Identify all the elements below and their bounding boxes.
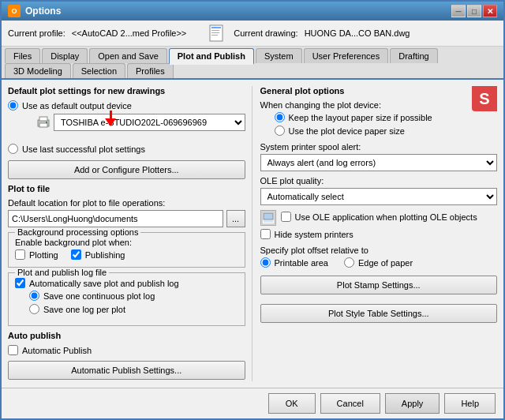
device-select[interactable]: TOSHIBA e-STUDIO202L-069696969 [54, 114, 245, 131]
ole-quality-select[interactable]: Automatically select [260, 188, 498, 205]
style-table-button-row: Plot Style Table Settings... [260, 304, 498, 328]
profile-label: Current profile: [8, 28, 65, 38]
tab-open-save[interactable]: Open and Save [89, 48, 166, 63]
log-file-group: Plot and publish log file Automatically … [8, 272, 245, 326]
radio-use-device-input[interactable] [275, 126, 285, 136]
hide-printers-input[interactable] [260, 229, 271, 239]
radio-edge[interactable]: Edge of paper [344, 257, 413, 268]
plotting-checkbox-input[interactable] [15, 249, 25, 260]
radio-output-device-input[interactable] [8, 100, 18, 111]
radio-keep-size[interactable]: Keep the layout paper size if possible [275, 112, 498, 122]
left-panel: Default plot settings for new drawings U… [8, 86, 252, 381]
spool-alert-label: System printer spool alert: [260, 142, 498, 152]
arrow-down [105, 118, 116, 126]
radio-per-plot-input[interactable] [29, 304, 39, 314]
publishing-checkbox[interactable]: Publishing [71, 249, 125, 260]
general-plot-title: General plot options [260, 86, 498, 96]
drawing-value: HUONG DA...CO BAN.dwg [305, 28, 410, 38]
plot-offset-section: Specify plot offset relative to Printabl… [260, 246, 498, 268]
auto-save-input[interactable] [15, 278, 25, 288]
background-checkboxes: Plotting Publishing [15, 249, 238, 262]
default-plot-title: Default plot settings for new drawings [8, 86, 245, 96]
tab-selection[interactable]: Selection [73, 63, 125, 78]
plot-to-file-title: Plot to file [8, 184, 245, 193]
radio-edge-input[interactable] [344, 257, 354, 268]
auto-publish-checkbox[interactable]: Automatic Publish [8, 345, 245, 355]
window-title: Options [25, 6, 61, 17]
profile-value: <<AutoCAD 2...med Profile>> [72, 28, 187, 38]
plot-stamp-button[interactable]: Plot Stamp Settings... [260, 276, 498, 294]
tab-plot-publish[interactable]: Plot and Publish [169, 48, 254, 65]
radio-output-device[interactable]: Use as default output device [8, 100, 245, 111]
tab-files[interactable]: Files [5, 48, 40, 63]
log-radio-group: Save one continuous plot log Save one lo… [29, 291, 238, 314]
output-device-group: Use as default output device [8, 100, 245, 154]
plot-style-table-button[interactable]: Plot Style Table Settings... [260, 304, 498, 323]
svg-rect-10 [264, 213, 273, 219]
radio-printable-input[interactable] [260, 257, 271, 268]
stamp-button-row: Plot Stamp Settings... [260, 276, 498, 299]
location-label: Default location for plot to file operat… [8, 198, 245, 208]
tab-display[interactable]: Display [42, 48, 88, 63]
offset-radio-group: Printable area Edge of paper [260, 257, 498, 268]
arrow-indicator [105, 111, 116, 128]
maximize-button[interactable]: □ [467, 5, 481, 17]
svg-rect-4 [211, 35, 218, 36]
ole-app-icon [261, 211, 275, 225]
tab-3d-modeling[interactable]: 3D Modeling [5, 63, 71, 78]
title-bar: O Options ─ □ ✕ [2, 2, 503, 21]
spool-alert-select[interactable]: Always alert (and log errors) [260, 154, 498, 171]
auto-publish-title: Auto publish [8, 331, 245, 340]
options-window: O Options ─ □ ✕ Current profile: <<AutoC… [0, 0, 505, 420]
hide-printers-checkbox[interactable]: Hide system printers [260, 229, 498, 239]
svg-rect-6 [39, 117, 47, 121]
radio-printable[interactable]: Printable area [260, 257, 329, 268]
close-button[interactable]: ✕ [483, 5, 497, 17]
ok-button[interactable]: OK [268, 393, 316, 414]
svg-rect-1 [211, 27, 221, 28]
drawing-section: Current drawing: HUONG DA...CO BAN.dwg [208, 24, 410, 43]
radio-use-device[interactable]: Use the plot device paper size [275, 126, 498, 136]
radio-last-settings-input[interactable] [8, 144, 18, 154]
device-select-row: TOSHIBA e-STUDIO202L-069696969 [36, 114, 245, 131]
auto-save-checkbox[interactable]: Automatically save plot and publish log [15, 278, 238, 288]
add-configure-button[interactable]: Add or Configure Plotters... [8, 160, 245, 179]
tab-drafting[interactable]: Drafting [390, 48, 438, 63]
tab-profiles[interactable]: Profiles [127, 63, 174, 78]
tabs-bar: Files Display Open and Save Plot and Pub… [2, 47, 503, 80]
publishing-checkbox-input[interactable] [71, 249, 81, 260]
help-button[interactable]: Help [444, 393, 496, 414]
drawing-label: Current drawing: [234, 28, 297, 38]
tab-system[interactable]: System [256, 48, 302, 63]
auto-publish-input[interactable] [8, 345, 18, 355]
location-field[interactable] [8, 210, 223, 227]
ole-quality-label: OLE plot quality: [260, 176, 498, 186]
background-group: Background processing options Enable bac… [8, 232, 245, 268]
content-area: Default plot settings for new drawings U… [2, 80, 503, 388]
ole-app-checkbox[interactable]: Use OLE application when plotting OLE ob… [281, 212, 477, 222]
svg-rect-11 [264, 220, 273, 223]
radio-last-settings[interactable]: Use last successful plot settings [8, 144, 245, 154]
ole-row: Use OLE application when plotting OLE ob… [260, 210, 498, 226]
minimize-button[interactable]: ─ [451, 5, 466, 17]
ole-app-input[interactable] [281, 212, 291, 222]
radio-keep-size-input[interactable] [275, 112, 285, 122]
apply-button[interactable]: Apply [385, 393, 440, 414]
bottom-bar: OK Cancel Apply Help [2, 388, 503, 418]
right-panel: S General plot options When changing the… [252, 86, 498, 381]
location-field-row: ... [8, 210, 245, 227]
plotting-checkbox[interactable]: Plotting [15, 249, 58, 260]
tab-user-preferences[interactable]: User Preferences [304, 48, 389, 63]
radio-per-plot[interactable]: Save one log per plot [29, 304, 238, 314]
app-icon: O [8, 5, 21, 17]
browse-button[interactable]: ... [226, 210, 245, 227]
radio-continuous[interactable]: Save one continuous plot log [29, 291, 238, 301]
title-bar-left: O Options [8, 5, 61, 17]
profile-bar: Current profile: <<AutoCAD 2...med Profi… [2, 21, 503, 47]
paper-size-group: Keep the layout paper size if possible U… [275, 112, 498, 136]
svg-point-8 [46, 122, 47, 123]
cancel-button[interactable]: Cancel [320, 393, 380, 414]
auto-publish-settings-button[interactable]: Automatic Publish Settings... [8, 361, 245, 380]
svg-rect-3 [211, 32, 219, 33]
radio-continuous-input[interactable] [29, 291, 39, 301]
